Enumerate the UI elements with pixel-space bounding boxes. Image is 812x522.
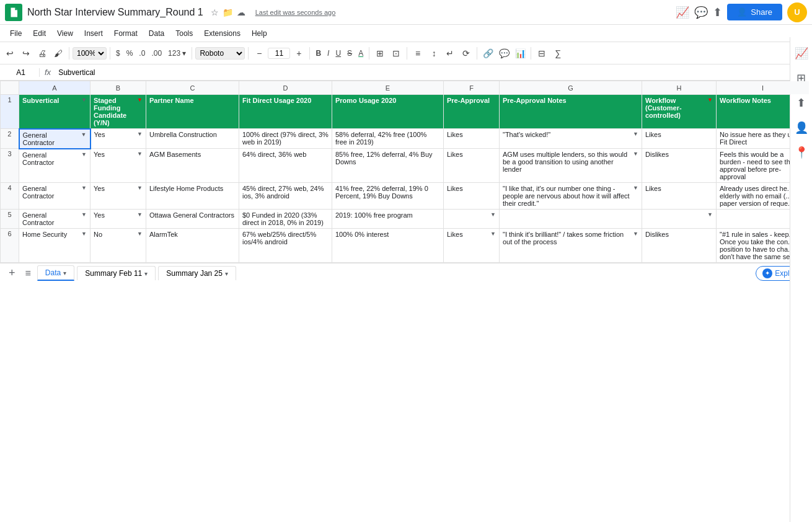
align-button[interactable]: ≡ [410,46,425,61]
col-header-d[interactable]: D [239,81,332,95]
dropdown-arrow[interactable]: ▼ [707,97,713,103]
data-cell[interactable]: Likes ▼ [444,229,500,263]
data-cell[interactable] [500,210,642,229]
dropdown-arrow[interactable]: ▼ [633,185,638,191]
trend-icon[interactable]: 📈 [676,6,689,19]
data-cell[interactable]: 2019: 100% free program [332,210,444,229]
menu-insert[interactable]: Insert [79,28,108,39]
data-cell[interactable]: No ▼ [90,229,146,263]
menu-file[interactable]: File [5,28,27,39]
tab-arrow[interactable]: ▾ [63,270,66,276]
data-cell[interactable]: 100% direct (97% direct, 3% web in 2019) [239,129,332,149]
rotate-button[interactable]: ⟳ [459,46,474,61]
comment-button[interactable]: 💬 [496,46,511,61]
dropdown-arrow[interactable]: ▼ [137,131,143,137]
data-cell[interactable]: General Contractor ▼ [19,183,90,210]
dropdown-arrow[interactable]: ▼ [81,185,87,191]
print-button[interactable]: 🖨 [35,46,50,61]
sheet-tab-summary-jan[interactable]: Summary Jan 25 ▾ [158,266,236,280]
col-header-i[interactable]: I [717,81,810,95]
data-cell[interactable]: 64% direct, 36% web [239,149,332,183]
comment-icon[interactable]: 💬 [694,6,708,19]
merge-button[interactable]: ⊡ [389,46,404,61]
data-cell[interactable]: "That's wicked!" ▼ [500,129,642,149]
zoom-selector[interactable]: 100% [73,47,107,60]
header-cell-preapproval[interactable]: Pre-Approval [444,95,500,129]
sheet-container[interactable]: A B C D E F G H I 1 Subvertical [0,81,812,263]
data-cell[interactable]: 85% free, 12% deferral, 4% Buy Downs [332,149,444,183]
cell-reference-input[interactable] [2,68,40,77]
data-cell[interactable]: ▼ [642,210,717,229]
header-cell-partner[interactable]: Partner Name [146,95,239,129]
data-cell[interactable]: Yes ▼ [90,183,146,210]
header-cell-subvertical[interactable]: Subvertical ▼ [19,95,90,129]
borders-button[interactable]: ⊞ [373,46,387,61]
last-edit[interactable]: Last edit was seconds ago [255,9,336,16]
currency-button[interactable]: $ [113,48,123,59]
formula-input[interactable] [56,68,810,77]
data-cell[interactable]: Likes [642,183,717,210]
data-cell[interactable]: Likes [444,129,500,149]
data-cell[interactable]: Dislikes [642,229,717,263]
data-cell[interactable]: General Contractor ▼ [19,149,90,183]
dropdown-arrow[interactable]: ▼ [81,97,87,103]
dropdown-arrow[interactable]: ▼ [633,231,638,237]
sheet-tab-data[interactable]: Data ▾ [37,265,74,281]
data-cell[interactable]: 45% direct, 27% web, 24% ios, 3% android [239,183,332,210]
add-sheet-button[interactable]: + [5,265,19,281]
col-header-h[interactable]: H [642,81,717,95]
dropdown-arrow[interactable]: ▼ [137,231,143,237]
menu-format[interactable]: Format [109,28,143,39]
dropdown-arrow[interactable]: ▼ [490,231,496,237]
chart-button[interactable]: 📊 [513,46,527,61]
font-size-input[interactable] [268,48,290,59]
font-size-increase-button[interactable]: + [291,46,306,61]
data-cell[interactable]: Likes [444,183,500,210]
menu-data[interactable]: Data [144,28,169,39]
dropdown-arrow[interactable]: ▼ [707,211,713,218]
bold-button[interactable]: B [313,48,324,59]
col-header-e[interactable]: E [332,81,444,95]
app-icon[interactable] [5,4,22,21]
data-cell[interactable]: Umbrella Construction [146,129,239,149]
italic-button[interactable]: I [325,48,332,59]
sidebar-drive-icon[interactable]: ⬆ [793,94,810,112]
header-cell-staged[interactable]: Staged Funding Candidate (Y/N) ▼ [90,95,146,129]
data-cell[interactable]: Yes ▼ [90,149,146,183]
data-cell[interactable]: Likes [444,149,500,183]
col-header-c[interactable]: C [146,81,239,95]
col-header-b[interactable]: B [90,81,146,95]
header-cell-fitdirect[interactable]: Fit Direct Usage 2020 [239,95,332,129]
dropdown-arrow[interactable]: ▼ [633,151,638,157]
menu-tools[interactable]: Tools [170,28,198,39]
user-avatar[interactable]: U [787,2,807,22]
tab-arrow[interactable]: ▾ [144,270,148,277]
data-cell[interactable]: Yes ▼ [90,129,146,149]
star-icon[interactable]: ☆ [211,7,219,17]
decimal-increase-button[interactable]: .00 [149,48,164,59]
data-cell[interactable]: 58% deferral, 42% free (100% free in 201… [332,129,444,149]
header-cell-preapproval-notes[interactable]: Pre-Approval Notes [500,95,642,129]
data-cell[interactable]: 100% 0% interest [332,229,444,263]
share-button[interactable]: 👤 Share [727,4,782,20]
paint-format-button[interactable]: 🖌 [51,46,66,61]
data-cell[interactable]: 41% free, 22% deferral, 19% 0 Percent, 1… [332,183,444,210]
data-cell[interactable]: "I like that, it's our number one thing … [500,183,642,210]
data-cell[interactable]: Ottawa General Contractors [146,210,239,229]
dropdown-arrow[interactable]: ▼ [137,151,143,157]
dropdown-arrow[interactable]: ▼ [81,131,87,138]
dropdown-arrow[interactable]: ▼ [490,211,496,218]
sidebar-maps-icon[interactable]: 📍 [793,144,810,161]
data-cell[interactable]: AGM uses multiple lenders, so this would… [500,149,642,183]
percent-button[interactable]: % [124,48,136,59]
sheet-list-button[interactable]: ≡ [22,267,35,280]
font-family-selector[interactable]: Roboto [195,47,245,60]
data-cell[interactable]: $0 Funded in 2020 (33% direct in 2018, 0… [239,210,332,229]
format-button[interactable]: 123 ▾ [165,48,188,59]
valign-button[interactable]: ↕ [426,46,441,61]
menu-extensions[interactable]: Extensions [199,28,245,39]
tab-arrow[interactable]: ▾ [225,270,228,277]
data-cell[interactable]: Home Security ▼ [19,229,90,263]
data-cell[interactable]: Lifestyle Home Products [146,183,239,210]
data-cell[interactable]: ▼ [444,210,500,229]
